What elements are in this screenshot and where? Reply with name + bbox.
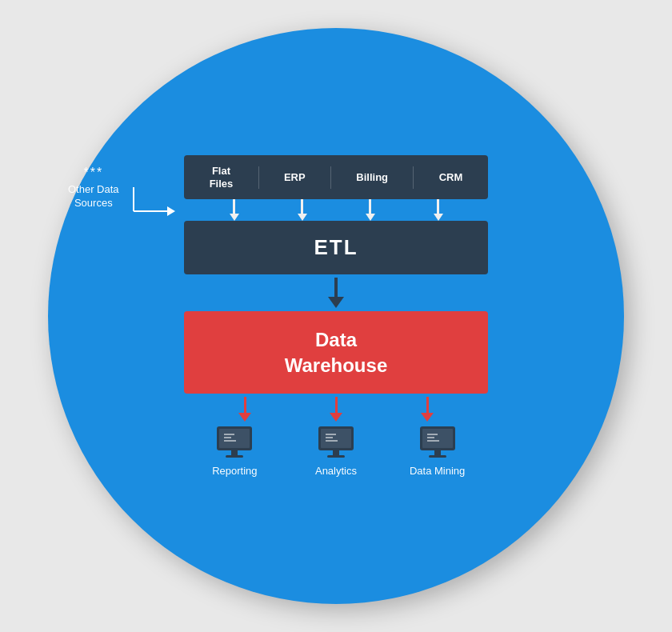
monitor-mining-icon (417, 425, 458, 460)
l-arrow-icon (126, 179, 182, 219)
svg-rect-23 (429, 455, 446, 458)
main-circle: *** Other DataSources FlatFiles ERP Bill… (48, 28, 624, 604)
red-shaft-1 (244, 397, 246, 413)
big-arrow-shaft (334, 278, 338, 297)
etl-to-dw-arrow (328, 278, 344, 308)
arrow-head-3 (366, 214, 375, 221)
red-arrow-reporting (238, 397, 251, 422)
analytics-label: Analytics (315, 465, 357, 477)
svg-rect-11 (321, 429, 351, 448)
source-erp: ERP (278, 170, 312, 186)
svg-rect-9 (226, 455, 243, 458)
data-warehouse-bar: DataWarehouse (184, 311, 488, 393)
dw-to-output-arrows (199, 397, 473, 422)
arrow-head-1 (230, 214, 239, 221)
svg-rect-15 (333, 450, 339, 455)
svg-rect-4 (219, 429, 250, 448)
outputs-row: Reporting Analytics (184, 425, 488, 477)
svg-marker-2 (167, 206, 175, 216)
arrow-flat-files (230, 199, 239, 221)
arrow-shaft-3 (369, 199, 371, 214)
arrow-crm (434, 199, 443, 221)
divider-1 (258, 166, 259, 189)
sources-bar: FlatFiles ERP Billing CRM (184, 155, 488, 199)
arrow-shaft-4 (437, 199, 439, 214)
output-data-mining: Data Mining (394, 425, 482, 477)
source-billing: Billing (350, 170, 394, 186)
monitor-analytics-icon (315, 425, 357, 460)
source-flat-files: FlatFiles (203, 163, 240, 191)
other-data-label: Other DataSources (68, 183, 119, 210)
red-head-1 (238, 413, 251, 422)
dw-label: DataWarehouse (285, 329, 387, 375)
arrow-shaft-1 (233, 199, 235, 214)
output-reporting: Reporting (190, 425, 278, 477)
diagram-container: *** Other DataSources FlatFiles ERP Bill… (184, 155, 488, 477)
source-to-etl-arrows (184, 199, 488, 221)
arrow-head-4 (434, 214, 443, 221)
other-data-sources-label: *** Other DataSources (68, 165, 119, 210)
svg-rect-16 (327, 455, 345, 458)
output-analytics: Analytics (292, 425, 380, 477)
svg-rect-8 (231, 450, 238, 455)
other-data-dots: *** (68, 165, 119, 182)
arrow-shaft-2 (301, 199, 303, 214)
red-arrow-analytics (330, 397, 342, 422)
reporting-label: Reporting (212, 465, 257, 477)
red-arrow-mining (421, 397, 434, 422)
red-head-2 (330, 413, 342, 422)
divider-2 (330, 166, 331, 189)
etl-label: ETL (314, 235, 358, 259)
source-crm: CRM (433, 170, 470, 186)
divider-3 (413, 166, 414, 189)
red-shaft-3 (426, 397, 429, 413)
data-mining-label: Data Mining (410, 465, 465, 477)
red-shaft-2 (335, 397, 338, 413)
etl-bar: ETL (184, 221, 488, 274)
big-arrow-head (328, 297, 344, 308)
monitor-reporting-icon (214, 425, 255, 460)
red-head-3 (421, 413, 434, 422)
arrow-head-2 (298, 214, 307, 221)
svg-rect-18 (422, 429, 453, 448)
arrow-erp (298, 199, 307, 221)
svg-rect-22 (434, 450, 441, 455)
arrow-billing (366, 199, 375, 221)
